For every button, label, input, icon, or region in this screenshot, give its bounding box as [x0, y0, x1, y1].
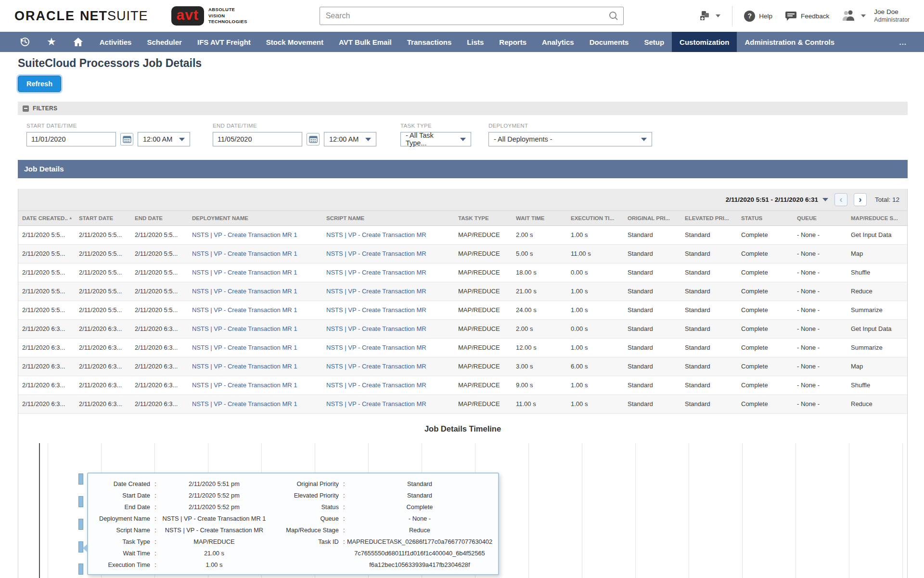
nav-item-analytics[interactable]: Analytics [534, 32, 582, 52]
job-details-table: DATE CREATED..▲START DATEEND DATEDEPLOYM… [18, 211, 907, 414]
column-header-9[interactable]: ELEVATED PRI... [681, 211, 737, 225]
nav-overflow-button[interactable]: ... [891, 32, 924, 52]
nav-item-scheduler[interactable]: Scheduler [139, 32, 190, 52]
feedback-button[interactable]: Feedback [785, 11, 829, 21]
cell-link[interactable]: NSTS | VP - Create Transaction MR 1 [188, 244, 322, 263]
table-row: 2/11/2020 6:3...2/11/2020 6:3...2/11/202… [18, 338, 907, 357]
column-header-1[interactable]: START DATE [75, 211, 131, 225]
column-header-5[interactable]: TASK TYPE [454, 211, 512, 225]
nav-item-documents[interactable]: Documents [582, 32, 637, 52]
nav-item-customization[interactable]: Customization [672, 32, 737, 52]
column-header-10[interactable]: STATUS [737, 211, 793, 225]
tooltip-c2: : [341, 478, 347, 490]
range-caret-icon[interactable] [822, 198, 828, 201]
column-header-3[interactable]: DEPLOYMENT NAME [188, 211, 322, 225]
timeline-bar[interactable] [78, 496, 83, 507]
cell-link[interactable]: NSTS | VP - Create Transaction MR [322, 357, 454, 376]
column-header-8[interactable]: ORIGINAL PRI... [624, 211, 681, 225]
nav-item-transactions[interactable]: Transactions [399, 32, 460, 52]
column-header-6[interactable]: WAIT TIME [512, 211, 567, 225]
start-date-calendar-button[interactable] [120, 133, 133, 145]
cell-link[interactable]: NSTS | VP - Create Transaction MR [322, 338, 454, 357]
feedback-icon [785, 11, 797, 21]
nav-item-administration-controls[interactable]: Administration & Controls [737, 32, 842, 52]
collapse-icon[interactable] [23, 105, 29, 112]
cell-link[interactable]: NSTS | VP - Create Transaction MR [322, 394, 454, 413]
cell-link[interactable]: NSTS | VP - Create Transaction MR 1 [188, 338, 322, 357]
role-switcher[interactable]: Joe Doe Administrator [842, 8, 910, 24]
cell-link[interactable]: NSTS | VP - Create Transaction MR [322, 376, 454, 394]
cell-link[interactable]: NSTS | VP - Create Transaction MR [322, 244, 454, 263]
end-date-calendar-button[interactable] [307, 133, 320, 145]
nav-item-setup[interactable]: Setup [636, 32, 672, 52]
prev-page-button[interactable]: ‹ [834, 193, 847, 206]
avt-line3: TECHNOLOGIES [208, 19, 247, 24]
start-datetime-label: START DATE/TIME [26, 123, 190, 129]
column-header-7[interactable]: EXECUTION TI... [567, 211, 624, 225]
next-page-button[interactable]: › [854, 193, 867, 206]
nav-item-ifs-avt-freight[interactable]: IFS AVT Freight [190, 32, 258, 52]
nav-item-activities[interactable]: Activities [92, 32, 140, 52]
cell: Standard [681, 394, 737, 413]
end-date-input[interactable] [213, 132, 302, 146]
timeline-bar[interactable] [78, 564, 83, 575]
nav-item-stock-movement[interactable]: Stock Movement [258, 32, 331, 52]
tooltip-c1: : [153, 478, 158, 490]
column-header-4[interactable]: SCRIPT NAME [322, 211, 454, 225]
cell-link[interactable]: NSTS | VP - Create Transaction MR 1 [188, 376, 322, 394]
start-date-input[interactable] [26, 132, 116, 146]
cell: 2.00 s [512, 225, 567, 244]
cell-link[interactable]: NSTS | VP - Create Transaction MR 1 [188, 319, 322, 338]
home-icon [73, 37, 84, 47]
table-row: 2/11/2020 5:5...2/11/2020 5:5...2/11/202… [18, 244, 907, 263]
tooltip-c1: : [153, 490, 158, 501]
nav-item-lists[interactable]: Lists [459, 32, 491, 52]
cell: - None - [793, 338, 847, 357]
column-header-11[interactable]: QUEUE [793, 211, 847, 225]
nav-item-reports[interactable]: Reports [491, 32, 534, 52]
cell: Standard [624, 282, 681, 301]
cell-link[interactable]: NSTS | VP - Create Transaction MR [322, 225, 454, 244]
date-range-selector[interactable]: 2/11/2020 5:51 - 2/11/2020 6:31 [726, 196, 818, 203]
cell-link[interactable]: NSTS | VP - Create Transaction MR 1 [188, 225, 322, 244]
recent-records-button[interactable] [12, 32, 38, 52]
timeline-tooltip: Date Created:2/11/2020 5:51 pmOriginal P… [87, 473, 499, 575]
cell-link[interactable]: NSTS | VP - Create Transaction MR 1 [188, 263, 322, 282]
deployment-select[interactable]: - All Deployments - [488, 132, 652, 146]
column-header-0[interactable]: DATE CREATED..▲ [18, 211, 75, 225]
help-button[interactable]: ? Help [744, 11, 772, 22]
page-content: SuiteCloud Processors Job Details Refres… [0, 52, 924, 578]
star-icon: ★ [47, 36, 56, 48]
start-time-select[interactable]: 12:00 AM [138, 132, 190, 146]
cell-link[interactable]: NSTS | VP - Create Transaction MR [322, 282, 454, 301]
shortcuts-button[interactable]: ★ [38, 32, 64, 52]
timeline-bar[interactable] [78, 519, 83, 530]
filters-header[interactable]: FILTERS [18, 102, 908, 115]
task-type-select[interactable]: - All Task Type... [400, 132, 471, 146]
cell: 11.00 s [567, 244, 624, 263]
cell-link[interactable]: NSTS | VP - Create Transaction MR [322, 263, 454, 282]
cell-link[interactable]: NSTS | VP - Create Transaction MR 1 [188, 301, 322, 319]
nav-item-avt-bulk-email[interactable]: AVT Bulk Email [331, 32, 399, 52]
tooltip-c1: : [153, 548, 158, 559]
column-header-12[interactable]: MAP/REDUCE S... [847, 211, 907, 225]
column-label: EXECUTION TI... [571, 215, 614, 221]
search-icon[interactable] [608, 11, 619, 23]
timeline-bar[interactable] [78, 473, 83, 485]
end-time-select[interactable]: 12:00 AM [324, 132, 376, 146]
cell: 1.00 s [567, 225, 624, 244]
cell: 1.00 s [567, 394, 624, 413]
help-icon: ? [744, 11, 755, 22]
cell-link[interactable]: NSTS | VP - Create Transaction MR [322, 319, 454, 338]
cell-link[interactable]: NSTS | VP - Create Transaction MR 1 [188, 282, 322, 301]
column-header-2[interactable]: END DATE [131, 211, 188, 225]
search-input[interactable] [320, 7, 624, 25]
home-button[interactable] [64, 32, 92, 52]
quick-add-menu[interactable] [699, 10, 720, 22]
user-info: Joe Doe Administrator [874, 8, 910, 24]
refresh-button[interactable]: Refresh [18, 76, 61, 92]
cell-link[interactable]: NSTS | VP - Create Transaction MR 1 [188, 394, 322, 413]
chevron-down-icon [460, 138, 466, 141]
cell-link[interactable]: NSTS | VP - Create Transaction MR 1 [188, 357, 322, 376]
cell-link[interactable]: NSTS | VP - Create Transaction MR [322, 301, 454, 319]
